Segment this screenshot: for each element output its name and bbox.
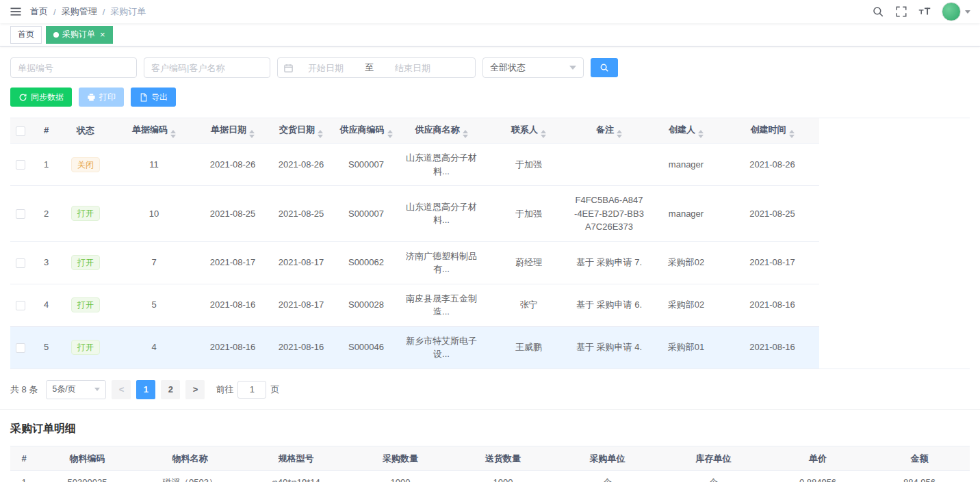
- sort-icon[interactable]: [789, 130, 795, 138]
- table-cell: 于加强: [486, 144, 571, 186]
- order-row[interactable]: 3 打开 72021-08-172021-08-17S000062济南广德塑料制…: [10, 241, 970, 284]
- table-cell: 2021-08-16: [198, 326, 267, 369]
- table-gutter: [819, 326, 970, 369]
- breadcrumb-purchase-management[interactable]: 采购管理: [62, 5, 97, 18]
- page-jump-input[interactable]: [237, 381, 266, 399]
- row-checkbox[interactable]: [16, 160, 25, 170]
- row-checkbox[interactable]: [16, 209, 25, 219]
- avatar[interactable]: [942, 2, 961, 21]
- select-all-checkbox[interactable]: [16, 126, 25, 136]
- sort-icon[interactable]: [170, 130, 176, 138]
- row-index: 3: [31, 241, 62, 284]
- close-icon[interactable]: ×: [100, 30, 105, 39]
- order-row[interactable]: 4 打开 52021-08-162021-08-17S000028南皮县晟李五金…: [10, 284, 970, 326]
- start-date-input[interactable]: [296, 63, 355, 73]
- status-badge: 打开: [71, 255, 100, 270]
- date-range-picker[interactable]: 至: [277, 57, 476, 78]
- column-header[interactable]: 创建时间: [725, 118, 819, 144]
- print-button[interactable]: 打印: [79, 88, 124, 107]
- sort-icon[interactable]: [617, 130, 622, 138]
- order-row[interactable]: 1 关闭 112021-08-262021-08-26S000007山东道恩高分…: [10, 144, 970, 186]
- table-cell: S000028: [335, 284, 397, 326]
- row-index: 4: [31, 284, 62, 326]
- column-header: 物料编码: [38, 446, 137, 471]
- row-checkbox[interactable]: [16, 343, 25, 353]
- sync-data-button[interactable]: 同步数据: [10, 88, 72, 107]
- orders-head-row: #状态单据编码单据日期交货日期供应商编码供应商名称联系人备注创建人创建时间: [10, 118, 970, 144]
- sort-icon[interactable]: [541, 130, 546, 138]
- column-header[interactable]: 供应商编码: [335, 118, 397, 144]
- table-cell: 2021-08-26: [198, 144, 267, 186]
- order-row[interactable]: 2 打开 102021-08-252021-08-25S000007山东道恩高分…: [10, 186, 970, 242]
- prev-page-button[interactable]: <: [112, 380, 131, 399]
- detail-table-body: 150300025磁浮（0503）φ40*φ19*1410001000个个0.8…: [10, 471, 970, 482]
- orders-table-container: #状态单据编码单据日期交货日期供应商编码供应商名称联系人备注创建人创建时间 1 …: [10, 118, 970, 369]
- tab-home[interactable]: 首页: [10, 26, 42, 44]
- column-header[interactable]: 供应商名称: [397, 118, 486, 144]
- sort-icon[interactable]: [318, 130, 323, 138]
- table-cell: 4: [109, 326, 198, 369]
- user-menu[interactable]: [942, 2, 970, 21]
- page-number-button[interactable]: 2: [161, 380, 180, 399]
- page-size-select[interactable]: 5条/页: [46, 380, 106, 399]
- row-checkbox[interactable]: [16, 258, 25, 268]
- total-count: 共 8 条: [10, 384, 38, 396]
- search-button[interactable]: [591, 58, 618, 77]
- page-number-button[interactable]: 1: [136, 380, 155, 399]
- sort-icon[interactable]: [463, 130, 468, 138]
- sort-icon[interactable]: [387, 130, 393, 138]
- tab-purchase-order[interactable]: 采购订单 ×: [46, 26, 113, 44]
- detail-head-row: #物料编码物料名称规格型号采购数量送货数量采购单位库存单位单价金额: [10, 446, 970, 471]
- column-header: #: [10, 446, 38, 471]
- table-cell: 个: [660, 471, 766, 482]
- fullscreen-icon[interactable]: [895, 5, 907, 18]
- table-cell: F4FC5BA6-A847-4EE7-B2D7-BB3A7C26E373: [571, 186, 647, 242]
- end-date-input[interactable]: [383, 63, 442, 73]
- toolbar: 同步数据 打印 导出: [10, 88, 970, 107]
- column-header[interactable]: 单据日期: [198, 118, 267, 144]
- column-header[interactable]: 创建人: [647, 118, 725, 144]
- main-content: 至 全部状态 同步数据 打印 导出: [0, 46, 980, 482]
- status-badge: 打开: [71, 297, 100, 312]
- row-checkbox[interactable]: [16, 301, 25, 310]
- detail-row[interactable]: 150300025磁浮（0503）φ40*φ19*1410001000个个0.8…: [10, 471, 970, 482]
- column-header[interactable]: 联系人: [486, 118, 571, 144]
- customer-input[interactable]: [144, 57, 270, 78]
- table-cell: 50300025: [38, 471, 137, 482]
- font-size-icon[interactable]: [918, 5, 931, 18]
- export-button[interactable]: 导出: [131, 88, 176, 107]
- table-cell: 王威鹏: [486, 326, 571, 369]
- breadcrumb-separator: /: [53, 7, 56, 17]
- status-select[interactable]: 全部状态: [482, 57, 584, 78]
- table-cell: 2021-08-16: [267, 326, 335, 369]
- search-icon[interactable]: [872, 5, 884, 18]
- column-header[interactable]: 单据编码: [109, 118, 198, 144]
- column-header[interactable]: 交货日期: [267, 118, 335, 144]
- column-header[interactable]: 备注: [571, 118, 647, 144]
- table-cell: 采购部02: [647, 241, 725, 284]
- table-gutter: [819, 186, 970, 242]
- search-icon: [599, 63, 609, 72]
- table-cell: 基于 采购申请 4.: [571, 326, 647, 369]
- doc-number-input[interactable]: [10, 57, 137, 78]
- detail-table-container: #物料编码物料名称规格型号采购数量送货数量采购单位库存单位单价金额 150300…: [10, 446, 970, 482]
- table-cell: 2021-08-26: [725, 144, 819, 186]
- table-cell: 2021-08-17: [267, 241, 335, 284]
- order-row[interactable]: 5 打开 42021-08-162021-08-16S000046新乡市特艾斯电…: [10, 326, 970, 369]
- sidebar-toggle-icon[interactable]: [10, 5, 22, 18]
- status-badge: 打开: [71, 206, 100, 221]
- breadcrumb: 首页 / 采购管理 / 采购订单: [30, 5, 146, 18]
- row-index: 1: [31, 144, 62, 186]
- table-cell: S000007: [335, 144, 397, 186]
- select-all-header: [10, 118, 31, 144]
- table-cell: 2021-08-25: [267, 186, 335, 242]
- table-cell: 张宁: [486, 284, 571, 326]
- status-badge: 打开: [71, 340, 100, 355]
- next-page-button[interactable]: >: [185, 380, 205, 399]
- breadcrumb-home[interactable]: 首页: [30, 5, 48, 18]
- breadcrumb-current: 采购订单: [110, 5, 146, 18]
- sort-icon[interactable]: [249, 130, 255, 138]
- table-cell: 2021-08-17: [725, 241, 819, 284]
- chevron-down-icon: [94, 388, 100, 391]
- sort-icon[interactable]: [698, 130, 704, 138]
